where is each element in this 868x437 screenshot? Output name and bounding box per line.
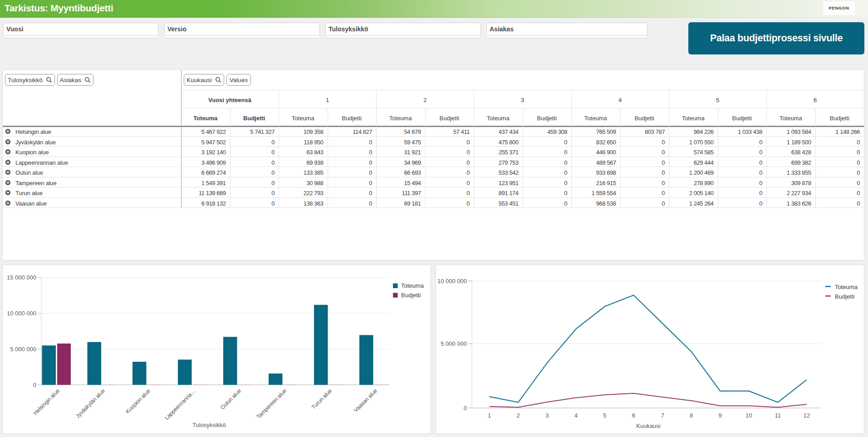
svg-text:Jyväskylän alue: Jyväskylän alue: [74, 388, 106, 419]
svg-text:Tulosyksikkö: Tulosyksikkö: [192, 422, 226, 428]
svg-text:6: 6: [632, 412, 635, 419]
svg-text:4: 4: [574, 412, 578, 419]
svg-text:10 000 000: 10 000 000: [437, 278, 467, 285]
svg-text:0: 0: [33, 382, 36, 388]
svg-text:9: 9: [718, 412, 721, 419]
svg-text:Kuukausi: Kuukausi: [636, 422, 661, 429]
svg-text:Vaasan alue: Vaasan alue: [353, 388, 378, 413]
svg-text:Toteuma: Toteuma: [835, 284, 858, 290]
svg-text:Kuopion alue: Kuopion alue: [124, 388, 152, 415]
svg-text:7: 7: [661, 412, 664, 419]
svg-text:Helsingin alue: Helsingin alue: [32, 388, 61, 417]
svg-text:Oulun alue: Oulun alue: [219, 388, 242, 411]
svg-text:10 000 000: 10 000 000: [7, 310, 36, 317]
svg-text:11: 11: [775, 412, 781, 419]
svg-text:2: 2: [517, 412, 520, 419]
svg-text:Tampereen alue: Tampereen alue: [255, 388, 288, 420]
svg-text:Toteuma: Toteuma: [401, 282, 424, 289]
svg-text:5 000 000: 5 000 000: [10, 346, 36, 353]
svg-text:5 000 000: 5 000 000: [441, 340, 467, 347]
svg-text:Turun alue: Turun alue: [310, 388, 333, 411]
svg-text:0: 0: [464, 405, 467, 412]
svg-text:5: 5: [603, 412, 606, 419]
svg-text:Lappeenranna…: Lappeenranna…: [163, 388, 197, 421]
svg-text:1: 1: [488, 412, 491, 419]
svg-text:12: 12: [804, 412, 810, 419]
svg-text:8: 8: [690, 412, 693, 419]
svg-text:10: 10: [745, 412, 752, 419]
svg-text:Budjetti: Budjetti: [401, 292, 421, 299]
svg-text:15 000 000: 15 000 000: [7, 274, 36, 281]
svg-text:3: 3: [545, 412, 549, 419]
svg-text:Budjetti: Budjetti: [835, 293, 854, 300]
